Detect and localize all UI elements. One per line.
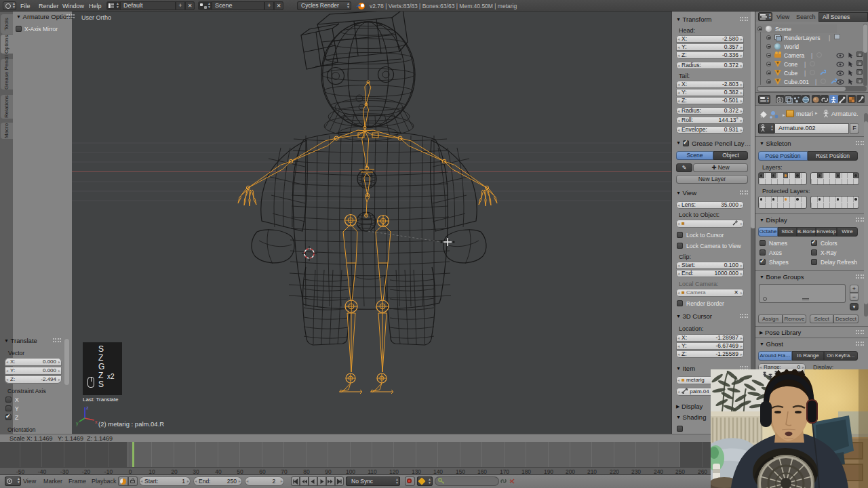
- svg-text:z: z: [86, 405, 89, 410]
- svg-text:y: y: [76, 421, 79, 426]
- svg-text:▸: ▸: [783, 113, 785, 117]
- svg-text:x: x: [95, 420, 98, 424]
